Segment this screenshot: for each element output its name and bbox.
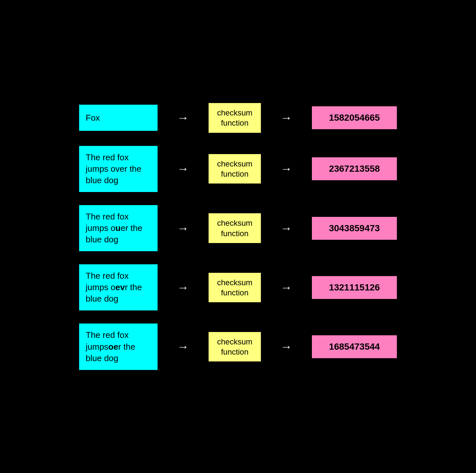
- output-value-2: 2367213558: [329, 164, 380, 174]
- output-value-1: 1582054665: [329, 113, 380, 123]
- arrow-5: →: [177, 340, 189, 354]
- output-value-3: 3043859473: [329, 223, 380, 234]
- arrow-4: →: [177, 281, 189, 294]
- checksum-box-1: checksumfunction: [209, 103, 261, 132]
- arrow-out-3: →: [280, 221, 292, 235]
- output-box-1: 1582054665: [312, 106, 397, 129]
- output-box-4: 1321115126: [312, 276, 397, 299]
- checksum-box-3: checksumfunction: [209, 213, 261, 243]
- input-text-4: The red fox jumps oevr the blue dog: [86, 270, 151, 305]
- checksum-box-5: checksumfunction: [209, 332, 261, 361]
- input-text-3: The red fox jumps ouer the blue dog: [86, 211, 151, 245]
- row-3: The red fox jumps ouer the blue dog → ch…: [79, 205, 397, 251]
- arrow-out-4: →: [280, 281, 292, 294]
- row-4: The red fox jumps oevr the blue dog → ch…: [79, 264, 397, 310]
- input-box-4: The red fox jumps oevr the blue dog: [79, 264, 158, 310]
- output-box-3: 3043859473: [312, 217, 397, 240]
- checksum-label-2: checksumfunction: [217, 159, 252, 179]
- arrow-out-1: →: [280, 111, 292, 125]
- checksum-box-4: checksumfunction: [209, 273, 261, 302]
- input-text-2: The red fox jumps over the blue dog: [86, 152, 151, 186]
- input-box-3: The red fox jumps ouer the blue dog: [79, 205, 158, 251]
- input-text-1: Fox: [86, 112, 100, 124]
- checksum-label-3: checksumfunction: [217, 218, 252, 238]
- arrow-2: →: [177, 162, 189, 176]
- arrow-3: →: [177, 221, 189, 235]
- output-box-5: 1685473544: [312, 335, 397, 358]
- checksum-box-2: checksumfunction: [209, 154, 261, 184]
- arrow-1: →: [177, 111, 189, 125]
- arrow-out-2: →: [280, 162, 292, 176]
- input-box-1: Fox: [79, 105, 158, 131]
- row-5: The red fox jumpsoer the blue dog → chec…: [79, 324, 397, 370]
- output-box-2: 2367213558: [312, 157, 397, 180]
- checksum-label-5: checksumfunction: [217, 337, 252, 357]
- row-1: Fox → checksumfunction → 1582054665: [79, 103, 397, 132]
- row-2: The red fox jumps over the blue dog → ch…: [79, 146, 397, 192]
- output-value-4: 1321115126: [329, 282, 380, 293]
- diagram: Fox → checksumfunction → 1582054665 The …: [66, 83, 410, 390]
- input-box-5: The red fox jumpsoer the blue dog: [79, 324, 158, 370]
- checksum-label-4: checksumfunction: [217, 277, 252, 298]
- input-box-2: The red fox jumps over the blue dog: [79, 146, 158, 192]
- output-value-5: 1685473544: [329, 342, 380, 352]
- arrow-out-5: →: [280, 340, 292, 354]
- checksum-label-1: checksumfunction: [217, 108, 252, 128]
- input-text-5: The red fox jumpsoer the blue dog: [86, 329, 151, 364]
